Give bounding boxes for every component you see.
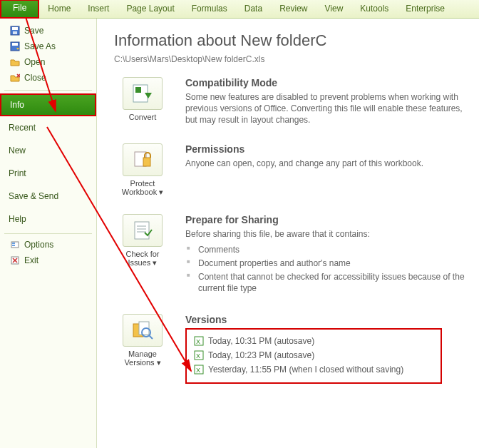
version-item[interactable]: X Today, 10:23 PM (autosave) — [194, 348, 433, 362]
nav-label: Save & Send — [9, 191, 58, 201]
section-heading: Versions — [185, 314, 476, 325]
svg-rect-4 — [12, 43, 18, 46]
button-label: Convert — [129, 113, 157, 121]
excel-file-icon: X — [194, 365, 204, 375]
nav-label: Recent — [9, 123, 36, 133]
list-item: Document properties and author's name — [185, 258, 476, 269]
version-label: Yesterday, 11:55 PM (when I closed witho… — [208, 365, 403, 375]
convert-icon — [130, 83, 155, 104]
button-label: Manage Versions ▾ — [124, 350, 160, 367]
nav-recent[interactable]: Recent — [0, 116, 96, 139]
nav-separator — [4, 90, 92, 91]
svg-rect-17 — [135, 222, 149, 239]
save-icon — [10, 26, 20, 36]
tab-home[interactable]: Home — [39, 0, 79, 18]
nav-label: New — [9, 146, 26, 156]
nav-label: Open — [24, 57, 45, 67]
nav-label: Exit — [24, 255, 38, 265]
prepare-list: Comments Document properties and author'… — [185, 244, 476, 295]
svg-rect-14 — [135, 87, 141, 93]
open-icon — [10, 57, 20, 67]
close-icon — [10, 73, 20, 83]
version-label: Today, 10:31 PM (autosave) — [208, 336, 314, 346]
nav-saveas[interactable]: Save As — [0, 39, 96, 54]
tab-view[interactable]: View — [316, 0, 352, 18]
convert-button[interactable]: Convert — [114, 77, 171, 121]
saveas-icon — [10, 41, 20, 51]
tab-insert[interactable]: Insert — [79, 0, 118, 18]
svg-rect-9 — [12, 245, 15, 246]
svg-rect-1 — [12, 27, 18, 30]
nav-label: Save — [24, 26, 43, 36]
options-icon — [10, 240, 20, 250]
lock-icon — [130, 149, 155, 170]
svg-text:X: X — [196, 352, 200, 360]
section-compatibility: Convert Compatibility Mode Some new feat… — [114, 77, 479, 126]
svg-line-24 — [149, 335, 153, 339]
nav-label: Options — [24, 240, 53, 250]
excel-file-icon: X — [194, 336, 204, 346]
backstage: Save Save As Open Close Info Recent New — [0, 19, 479, 448]
prepare-lead: Before sharing this file, be aware that … — [185, 229, 370, 239]
version-item[interactable]: X Yesterday, 11:55 PM (when I closed wit… — [194, 362, 433, 377]
svg-rect-2 — [13, 31, 17, 34]
section-body: Anyone can open, copy, and change any pa… — [185, 158, 476, 169]
tab-kutools[interactable]: Kutools — [351, 0, 397, 18]
button-label: Protect Workbook ▾ — [122, 179, 163, 196]
tab-review[interactable]: Review — [271, 0, 316, 18]
checklist-icon — [130, 220, 155, 241]
versions-icon — [130, 320, 155, 341]
nav-info[interactable]: Info — [0, 93, 96, 116]
tab-file[interactable]: File — [0, 0, 39, 19]
nav-save[interactable]: Save — [0, 23, 96, 39]
svg-text:X: X — [196, 338, 200, 345]
nav-label: Save As — [24, 41, 56, 51]
section-prepare: Check for Issues ▾ Prepare for Sharing B… — [114, 214, 479, 297]
backstage-nav: Save Save As Open Close Info Recent New — [0, 19, 97, 448]
svg-rect-16 — [143, 158, 150, 166]
nav-options[interactable]: Options — [0, 237, 96, 253]
info-page: Information about New folderC C:\Users\M… — [97, 19, 479, 448]
nav-separator — [4, 233, 92, 234]
version-label: Today, 10:23 PM (autosave) — [208, 350, 314, 360]
nav-label: Print — [9, 168, 26, 178]
file-path: C:\Users\Mars\Desktop\New folderC.xls — [114, 54, 479, 64]
ribbon-tabs: File Home Insert Page Layout Formulas Da… — [0, 0, 479, 19]
section-heading: Permissions — [185, 143, 476, 155]
manage-versions-button[interactable]: Manage Versions ▾ — [114, 314, 171, 367]
section-body: Some new features are disabled to preven… — [185, 91, 476, 126]
nav-exit[interactable]: Exit — [0, 253, 96, 268]
tab-enterprise[interactable]: Enterprise — [397, 0, 453, 18]
nav-print[interactable]: Print — [0, 162, 96, 185]
section-heading: Compatibility Mode — [185, 77, 476, 88]
nav-new[interactable]: New — [0, 139, 96, 162]
nav-help[interactable]: Help — [0, 208, 96, 230]
tab-data[interactable]: Data — [236, 0, 271, 18]
section-permissions: Protect Workbook ▾ Permissions Anyone ca… — [114, 143, 479, 197]
exit-icon — [10, 255, 20, 265]
section-versions: Manage Versions ▾ Versions X Today, 10:3… — [114, 314, 479, 384]
versions-list: X Today, 10:31 PM (autosave) X Today, 10… — [185, 328, 442, 384]
nav-close[interactable]: Close — [0, 70, 96, 86]
nav-save-send[interactable]: Save & Send — [0, 185, 96, 208]
version-item[interactable]: X Today, 10:31 PM (autosave) — [194, 334, 433, 348]
section-body: Before sharing this file, be aware that … — [185, 228, 476, 295]
list-item: Comments — [185, 244, 476, 255]
button-label: Check for Issues ▾ — [125, 250, 159, 267]
nav-open[interactable]: Open — [0, 54, 96, 70]
list-item: Content that cannot be checked for acces… — [185, 271, 476, 294]
svg-text:X: X — [196, 367, 200, 374]
tab-formulas[interactable]: Formulas — [183, 0, 236, 18]
page-title: Information about New folderC — [114, 31, 479, 50]
tab-pagelayout[interactable]: Page Layout — [118, 0, 182, 18]
nav-label: Help — [9, 214, 26, 224]
excel-file-icon: X — [194, 350, 204, 360]
section-heading: Prepare for Sharing — [185, 214, 476, 225]
nav-label: Info — [10, 100, 24, 110]
check-issues-button[interactable]: Check for Issues ▾ — [114, 214, 171, 268]
nav-label: Close — [24, 73, 46, 83]
protect-workbook-button[interactable]: Protect Workbook ▾ — [114, 143, 171, 197]
svg-rect-8 — [12, 243, 15, 244]
